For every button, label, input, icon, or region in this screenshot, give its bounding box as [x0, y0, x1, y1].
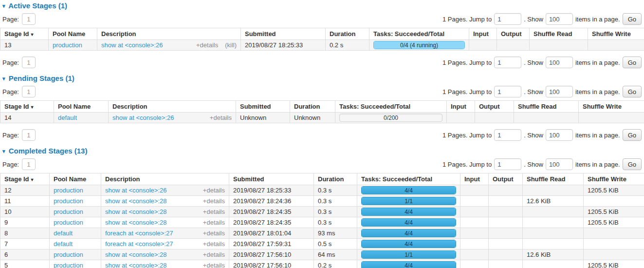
- details-toggle[interactable]: +details: [210, 114, 232, 121]
- col-shuffle-write[interactable]: Shuffle Write: [588, 28, 644, 40]
- page-size-input[interactable]: [546, 57, 573, 68]
- page-number-input[interactable]: [22, 86, 36, 97]
- pending-stages-title[interactable]: ▾ Pending Stages (1): [0, 74, 644, 82]
- input-cell: [460, 207, 489, 217]
- page-size-input[interactable]: [546, 158, 573, 170]
- col-shuffle-write[interactable]: Shuffle Write: [579, 101, 644, 113]
- go-button[interactable]: Go: [623, 57, 642, 68]
- details-toggle[interactable]: +details: [203, 197, 225, 205]
- description-link[interactable]: show at <console>:28: [105, 262, 166, 268]
- page-number-input[interactable]: [22, 158, 36, 170]
- details-toggle[interactable]: +details: [203, 208, 225, 215]
- description-link[interactable]: show at <console>:28: [105, 208, 166, 215]
- pool-name-link[interactable]: production: [54, 197, 83, 205]
- col-stage-id[interactable]: Stage Id▾: [0, 173, 50, 185]
- col-tasks[interactable]: Tasks: Succeeded/Total: [369, 28, 469, 40]
- col-description[interactable]: Description: [109, 101, 236, 113]
- output-cell: [489, 207, 523, 217]
- description-link[interactable]: show at <console>:26: [112, 114, 174, 121]
- details-toggle[interactable]: +details: [203, 240, 225, 248]
- col-shuffle-read[interactable]: Shuffle Read: [530, 28, 588, 40]
- stage-id-cell: 9: [0, 217, 50, 228]
- col-pool-name[interactable]: Pool Name: [50, 173, 101, 185]
- page-size-input[interactable]: [546, 13, 573, 25]
- description-link[interactable]: foreach at <console>:27: [105, 230, 173, 237]
- col-output[interactable]: Output: [497, 28, 530, 40]
- jump-to-page-input[interactable]: [494, 86, 521, 97]
- pool-name-link[interactable]: production: [53, 41, 82, 49]
- duration-cell: 0.2 s: [326, 40, 369, 51]
- page-size-input[interactable]: [546, 86, 573, 97]
- details-toggle[interactable]: +details: [203, 230, 225, 237]
- go-button[interactable]: Go: [623, 158, 642, 170]
- details-toggle[interactable]: +details: [196, 41, 218, 49]
- description-link[interactable]: show at <console>:26: [105, 187, 166, 194]
- go-button[interactable]: Go: [623, 13, 642, 25]
- jump-to-page-input[interactable]: [494, 57, 521, 68]
- pool-name-link[interactable]: production: [54, 208, 83, 215]
- items-text: items in a page.: [575, 132, 620, 139]
- description-link[interactable]: show at <console>:28: [105, 219, 166, 226]
- input-cell: [460, 217, 489, 228]
- page-size-input[interactable]: [546, 129, 573, 141]
- col-input[interactable]: Input: [447, 101, 475, 113]
- jump-to-page-input[interactable]: [494, 129, 521, 141]
- description-link[interactable]: show at <console>:26: [101, 41, 163, 49]
- description-link[interactable]: show at <console>:28: [105, 251, 166, 258]
- output-cell: [489, 260, 523, 268]
- stage-id-cell: 7: [0, 239, 50, 249]
- col-submitted[interactable]: Submitted: [229, 173, 314, 185]
- description-link[interactable]: foreach at <console>:27: [105, 240, 173, 248]
- col-tasks[interactable]: Tasks: Succeeded/Total: [357, 173, 460, 185]
- page-number-input[interactable]: [22, 57, 36, 68]
- pool-name-link[interactable]: production: [54, 219, 83, 226]
- duration-cell: 0.3 s: [314, 217, 357, 228]
- jump-to-page-input[interactable]: [494, 158, 521, 170]
- collapse-icon: ▾: [2, 76, 5, 81]
- col-submitted[interactable]: Submitted: [236, 101, 290, 113]
- col-output[interactable]: Output: [489, 173, 523, 185]
- description-cell: show at <console>:28 +details: [101, 217, 229, 228]
- task-progress-bar: 1/1: [361, 250, 456, 259]
- col-shuffle-read[interactable]: Shuffle Read: [514, 101, 579, 113]
- col-shuffle-write[interactable]: Shuffle Write: [584, 173, 644, 185]
- go-button[interactable]: Go: [623, 129, 642, 141]
- completed-stages-title[interactable]: ▾ Completed Stages (13): [0, 147, 644, 155]
- kill-link[interactable]: (kill): [225, 41, 237, 49]
- duration-cell: Unknown: [290, 113, 335, 123]
- col-submitted[interactable]: Submitted: [241, 28, 326, 40]
- col-duration[interactable]: Duration: [326, 28, 369, 40]
- col-input[interactable]: Input: [469, 28, 497, 40]
- col-duration[interactable]: Duration: [314, 173, 357, 185]
- pool-name-link[interactable]: production: [54, 187, 83, 194]
- col-output[interactable]: Output: [475, 101, 514, 113]
- task-progress-label: 4/4: [362, 262, 456, 268]
- col-stage-id[interactable]: Stage Id▾: [0, 28, 49, 40]
- pool-name-link[interactable]: default: [54, 230, 73, 237]
- pool-name-link[interactable]: default: [58, 114, 77, 121]
- jump-to-page-input[interactable]: [494, 13, 521, 25]
- col-pool-name[interactable]: Pool Name: [54, 101, 109, 113]
- duration-cell: 0.3 s: [314, 185, 357, 196]
- details-toggle[interactable]: +details: [203, 187, 225, 194]
- col-pool-name[interactable]: Pool Name: [49, 28, 97, 40]
- col-description[interactable]: Description: [101, 173, 229, 185]
- col-stage-id[interactable]: Stage Id▾: [0, 101, 54, 113]
- collapse-icon: ▾: [2, 148, 5, 154]
- active-stages-title[interactable]: ▾ Active Stages (1): [0, 1, 644, 10]
- pool-name-link[interactable]: production: [54, 251, 83, 258]
- pool-name-link[interactable]: default: [54, 240, 73, 248]
- col-shuffle-read[interactable]: Shuffle Read: [523, 173, 584, 185]
- page-number-input[interactable]: [22, 13, 36, 25]
- go-button[interactable]: Go: [623, 86, 642, 97]
- col-input[interactable]: Input: [460, 173, 489, 185]
- details-toggle[interactable]: +details: [203, 219, 225, 226]
- page-number-input[interactable]: [22, 129, 36, 141]
- details-toggle[interactable]: +details: [203, 251, 225, 258]
- col-duration[interactable]: Duration: [290, 101, 335, 113]
- details-toggle[interactable]: +details: [203, 262, 225, 268]
- col-tasks[interactable]: Tasks: Succeeded/Total: [335, 101, 447, 113]
- description-link[interactable]: show at <console>:28: [105, 197, 166, 205]
- col-description[interactable]: Description: [97, 28, 241, 40]
- pool-name-link[interactable]: production: [54, 262, 83, 268]
